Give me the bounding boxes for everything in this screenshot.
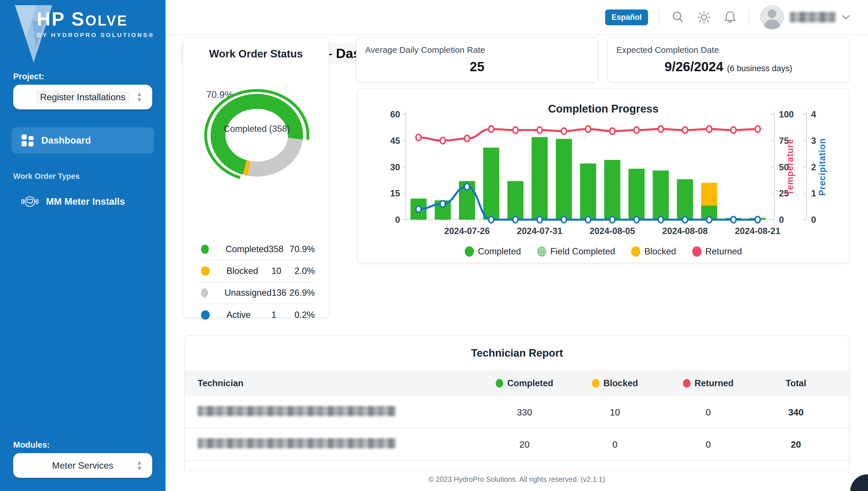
topbar: Español	[166, 0, 868, 35]
svg-text:0: 0	[779, 215, 784, 225]
logo: HP SOLVE BY HYDROPRO SOLUTIONS®	[0, 0, 166, 72]
legend-row-blocked[interactable]: Blocked102.0%	[196, 260, 316, 282]
user-name-redacted	[790, 12, 836, 23]
legend-label: Field Completed	[550, 247, 615, 257]
footer-copyright: © 2023 HydroPro Solutions. All rights re…	[166, 475, 868, 484]
sidebar-item-dashboard[interactable]: Dashboard	[11, 127, 154, 154]
svg-text:30: 30	[390, 162, 400, 172]
legend-count: 1	[271, 310, 294, 320]
column-header-technician: Technician	[198, 378, 482, 388]
legend-dot-icon	[592, 379, 600, 387]
avatar	[760, 5, 784, 29]
sun-icon	[696, 9, 712, 25]
legend-dot-icon	[465, 247, 474, 257]
modules-select-value: Meter Services	[48, 459, 117, 472]
legend-dot-icon	[201, 288, 208, 297]
avg-daily-completion-card: Average Daily Completion Rate 25	[356, 37, 598, 82]
work-order-status-donut[interactable]	[183, 69, 330, 204]
legend-label: Completed	[226, 244, 268, 254]
legend-label: Blocked	[644, 247, 676, 257]
svg-text:45: 45	[390, 136, 400, 146]
legend-count: 136	[271, 288, 290, 298]
select-chevrons-icon: ▲▼	[136, 460, 142, 471]
table-row[interactable]: 200020	[185, 429, 849, 461]
technician-name-redacted	[198, 406, 396, 416]
chart-legend-item-blocked[interactable]: Blocked	[631, 247, 676, 257]
theme-toggle-button[interactable]	[696, 9, 712, 25]
column-header-returned: Returned	[662, 378, 754, 388]
legend-label: Active	[226, 310, 271, 320]
svg-text:1: 1	[811, 189, 816, 198]
completion-progress-title: Completion Progress	[357, 103, 849, 115]
dashboard-icon	[21, 134, 34, 147]
legend-label: Completed	[478, 247, 521, 257]
legend-dot-icon	[537, 247, 546, 257]
language-button[interactable]: Español	[605, 9, 648, 25]
sidebar-item-mm-meter-installs[interactable]: MM Meter Installs	[11, 189, 154, 215]
legend-row-active[interactable]: Active10.2%	[196, 304, 316, 326]
cell-total: 20	[754, 439, 838, 450]
legend-dot-icon	[201, 244, 209, 254]
cell-total: 340	[754, 407, 838, 418]
cell-completed: 20	[482, 439, 568, 450]
logo-title: HP SOLVE	[37, 8, 154, 30]
technician-table-header: TechnicianCompletedBlockedReturnedTotal	[185, 370, 849, 397]
legend-row-completed[interactable]: Completed35870.9%	[196, 239, 316, 260]
cell-returned: 0	[662, 439, 754, 450]
svg-text:2024-08-08: 2024-08-08	[662, 226, 708, 236]
legend-label: Unassigned	[225, 288, 272, 298]
stat-value-suffix: (6 business days)	[727, 64, 792, 73]
search-button[interactable]	[670, 10, 685, 25]
svg-text:2024-08-21: 2024-08-21	[735, 226, 781, 236]
chart-legend-item-completed[interactable]: Completed	[465, 247, 521, 257]
column-header-blocked: Blocked	[568, 378, 662, 388]
work-order-status-legend: Completed35870.9%Blocked102.0%Unassigned…	[196, 239, 316, 326]
svg-text:2024-07-31: 2024-07-31	[517, 226, 563, 236]
cell-blocked: 0	[568, 439, 662, 450]
user-menu[interactable]	[760, 5, 850, 29]
modules-select[interactable]: Meter Services ▲▼	[13, 453, 152, 478]
legend-dot-icon	[201, 310, 210, 320]
svg-text:15: 15	[390, 189, 400, 198]
technician-table-body: 330100340200020	[185, 397, 849, 461]
divider	[659, 9, 660, 25]
stat-value: 9/26/2024 (6 business days)	[608, 59, 849, 75]
table-row[interactable]: 330100340	[185, 397, 849, 429]
chart-legend-item-returned[interactable]: Returned	[692, 247, 742, 257]
legend-row-unassigned[interactable]: Unassigned13626.9%	[196, 282, 316, 304]
logo-subtitle: BY HYDROPRO SOLUTIONS®	[37, 32, 154, 38]
legend-percent: 26.9%	[290, 288, 315, 298]
stat-value: 25	[356, 59, 598, 75]
stat-label: Expected Completion Date	[616, 45, 849, 55]
work-order-status-card: Work Order Status 70.9% Completed (358) …	[183, 37, 329, 318]
search-icon	[670, 10, 685, 25]
bell-icon	[723, 10, 737, 25]
work-order-types-label: Work Order Types	[13, 172, 166, 181]
column-header-total: Total	[754, 378, 838, 388]
project-select[interactable]: Register Installations ▲▼	[13, 85, 152, 109]
svg-text:Temperature: Temperature	[785, 139, 795, 195]
legend-dot-icon	[692, 247, 701, 257]
donut-center-label: Completed (358)	[211, 124, 303, 134]
notifications-button[interactable]	[723, 10, 737, 25]
svg-text:0: 0	[811, 215, 816, 225]
svg-text:Precipitation: Precipitation	[817, 138, 827, 196]
modules-label: Modules:	[13, 440, 166, 450]
main-content: Español	[166, 0, 868, 491]
chart-legend-item-field-completed[interactable]: Field Completed	[537, 247, 615, 257]
chevron-down-icon	[842, 15, 850, 20]
cell-blocked: 10	[568, 407, 662, 418]
technician-report-card: Technician Report TechnicianCompletedBlo…	[184, 335, 849, 470]
svg-text:3: 3	[811, 136, 816, 146]
svg-text:2: 2	[811, 162, 816, 172]
cell-completed: 330	[482, 407, 568, 418]
technician-report-title: Technician Report	[185, 347, 849, 359]
project-label: Project:	[13, 72, 166, 81]
expected-completion-card: Expected Completion Date 9/26/2024 (6 bu…	[607, 37, 849, 82]
legend-label: Blocked	[226, 266, 271, 276]
stat-value-date: 9/26/2024	[665, 59, 724, 74]
stat-label: Average Daily Completion Rate	[365, 45, 598, 55]
water-meter-icon	[21, 195, 38, 208]
sidebar-item-label: Dashboard	[41, 135, 91, 146]
completion-progress-card: Completion Progress 0153045602024-07-262…	[357, 88, 849, 263]
